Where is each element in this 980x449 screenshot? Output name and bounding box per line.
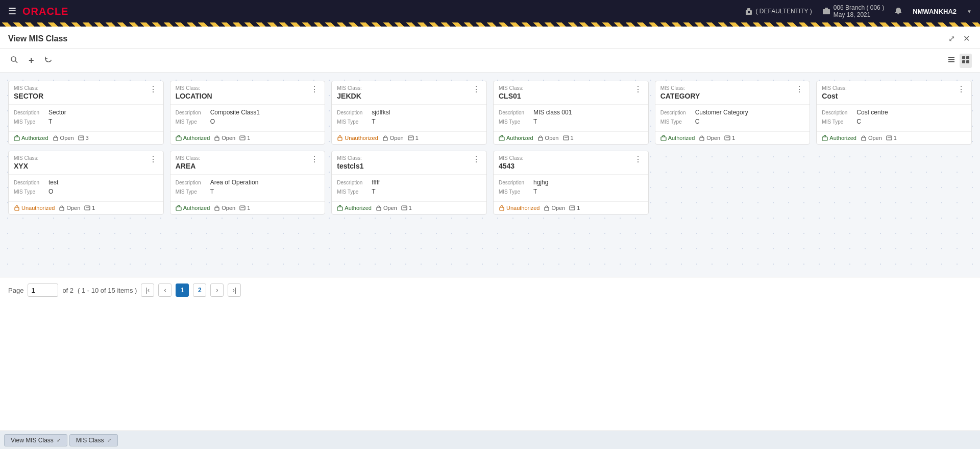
username-display[interactable]: NMWANKHA2 <box>913 8 957 15</box>
description-label: Description <box>14 180 44 185</box>
card-body: Description Cost centre MIS Type C <box>817 105 971 132</box>
next-page-button[interactable]: › <box>210 283 224 297</box>
auth-status-label: Authorized <box>668 135 695 141</box>
list-view-button[interactable] <box>945 54 958 68</box>
card-menu-button[interactable]: ⋮ <box>794 85 804 93</box>
card-menu-button[interactable]: ⋮ <box>956 85 966 93</box>
mis-card-5[interactable]: MIS Class: Cost ⋮ Description Cost centr… <box>816 81 972 145</box>
user-chevron-icon[interactable]: ▼ <box>967 9 972 14</box>
mis-type-value: T <box>372 188 375 195</box>
description-field: Description Area of Operation <box>176 179 320 186</box>
mis-type-label: MIS Type <box>337 119 368 125</box>
card-menu-button[interactable]: ⋮ <box>633 155 643 163</box>
card-menu-button[interactable]: ⋮ <box>309 85 320 93</box>
mis-type-field: MIS Type T <box>337 118 481 125</box>
page-2-button[interactable]: 2 <box>193 283 206 297</box>
svg-rect-51 <box>545 207 549 210</box>
hamburger-icon[interactable]: ☰ <box>8 6 16 17</box>
mis-type-row: MIS Type T <box>337 118 481 125</box>
top-nav: ☰ ORACLE ( DEFAULTENTITY ) 006 Branch ( … <box>0 0 980 22</box>
open-status-item: Open <box>53 135 74 141</box>
entity-selector[interactable]: ( DEFAULTENTITY ) <box>745 7 812 15</box>
mis-card-3[interactable]: MIS Class: CLS01 ⋮ Description MIS class… <box>493 81 649 145</box>
grid-view-button[interactable] <box>960 54 972 68</box>
card-menu-button[interactable]: ⋮ <box>148 85 158 93</box>
first-page-button[interactable]: |‹ <box>141 283 154 297</box>
search-button[interactable] <box>8 54 20 68</box>
mis-class-value: AREA <box>176 162 200 170</box>
expand-window-button[interactable]: ⤢ <box>946 33 957 44</box>
mis-type-row: MIS Type O <box>176 118 320 125</box>
card-header-left: MIS Class: Cost <box>822 85 846 100</box>
open-status-label: Open <box>222 205 235 211</box>
auth-status-label: Authorized <box>506 135 533 141</box>
mis-type-value: T <box>533 188 537 195</box>
bell-icon <box>894 7 902 15</box>
add-button[interactable]: + <box>27 53 36 68</box>
authorized-icon <box>176 205 182 211</box>
card-header-left: MIS Class: CATEGORY <box>660 85 700 100</box>
prev-page-button[interactable]: ‹ <box>158 283 172 297</box>
edit-icon <box>239 135 246 141</box>
card-menu-button[interactable]: ⋮ <box>471 155 481 163</box>
description-label: Description <box>499 180 529 185</box>
description-field: Description sjdlfksl <box>337 109 481 116</box>
card-body: Description Area of Operation MIS Type T <box>170 175 325 202</box>
card-menu-button[interactable]: ⋮ <box>633 85 643 93</box>
lock-icon <box>861 135 867 141</box>
card-menu-button[interactable]: ⋮ <box>148 155 158 163</box>
mis-card-7[interactable]: MIS Class: AREA ⋮ Description Area of Op… <box>170 151 326 215</box>
card-body: Description Sector MIS Type T <box>9 105 163 132</box>
card-header: MIS Class: CLS01 ⋮ <box>494 81 648 105</box>
svg-rect-19 <box>215 137 219 140</box>
svg-rect-14 <box>14 137 19 140</box>
branch-selector[interactable]: 006 Branch ( 006 ) May 18, 2021 <box>822 4 884 18</box>
mis-card-8[interactable]: MIS Class: testcls1 ⋮ Description fffff … <box>331 151 487 215</box>
description-row: Description Composite Class1 <box>176 109 320 116</box>
mis-card-1[interactable]: MIS Class: LOCATION ⋮ Description Compos… <box>170 81 326 145</box>
page-1-button[interactable]: 1 <box>176 283 189 297</box>
edit-icon <box>569 205 575 211</box>
mis-type-row: MIS Type T <box>499 188 643 195</box>
auth-status-item: Authorized <box>176 135 210 141</box>
mis-card-2[interactable]: MIS Class: JEKDK ⋮ Description sjdlfksl … <box>331 81 487 145</box>
card-footer: Unauthorized Open 1 <box>494 202 648 214</box>
lock-icon <box>376 205 382 211</box>
mis-card-9[interactable]: MIS Class: 4543 ⋮ Description hgjhg MIS … <box>493 151 649 215</box>
authorized-icon <box>822 135 828 141</box>
card-menu-button[interactable]: ⋮ <box>309 155 320 163</box>
card-menu-button[interactable]: ⋮ <box>471 85 481 93</box>
close-window-button[interactable]: ✕ <box>961 33 972 44</box>
mis-type-value: O <box>210 118 215 125</box>
card-body: Description sjdlfksl MIS Type T <box>332 105 486 132</box>
auth-status-item: Authorized <box>660 135 695 141</box>
refresh-icon <box>44 56 53 64</box>
mis-class-value: testcls1 <box>337 162 363 170</box>
svg-line-6 <box>15 61 17 63</box>
count-item: 1 <box>408 135 419 141</box>
svg-rect-12 <box>962 60 965 63</box>
mis-card-4[interactable]: MIS Class: CATEGORY ⋮ Description Custom… <box>655 81 811 145</box>
description-label: Description <box>822 110 852 115</box>
description-value: MIS class 001 <box>533 109 572 116</box>
view-toggle <box>945 54 972 68</box>
svg-rect-7 <box>948 57 954 58</box>
refresh-button[interactable] <box>42 54 55 68</box>
mis-card-0[interactable]: MIS Class: SECTOR ⋮ Description Sector M… <box>8 81 164 145</box>
window-title: View MIS Class <box>8 34 67 43</box>
auth-status-item: Authorized <box>499 135 533 141</box>
notification-bell[interactable] <box>894 7 902 15</box>
auth-status-label: Unauthorized <box>21 205 55 211</box>
count-item: 1 <box>401 205 412 211</box>
open-status-item: Open <box>59 205 80 211</box>
card-header-left: MIS Class: XYX <box>14 155 38 170</box>
card-header-left: MIS Class: JEKDK <box>337 85 361 100</box>
list-view-icon <box>947 56 955 64</box>
mis-type-field: MIS Type T <box>337 188 481 195</box>
card-footer: Unauthorized Open 1 <box>332 132 486 144</box>
page-input[interactable] <box>28 283 58 297</box>
count-item: 1 <box>239 135 250 141</box>
mis-card-6[interactable]: MIS Class: XYX ⋮ Description test MIS Ty… <box>8 151 164 215</box>
mis-type-row: MIS Type T <box>14 118 158 125</box>
last-page-button[interactable]: ›| <box>228 283 241 297</box>
